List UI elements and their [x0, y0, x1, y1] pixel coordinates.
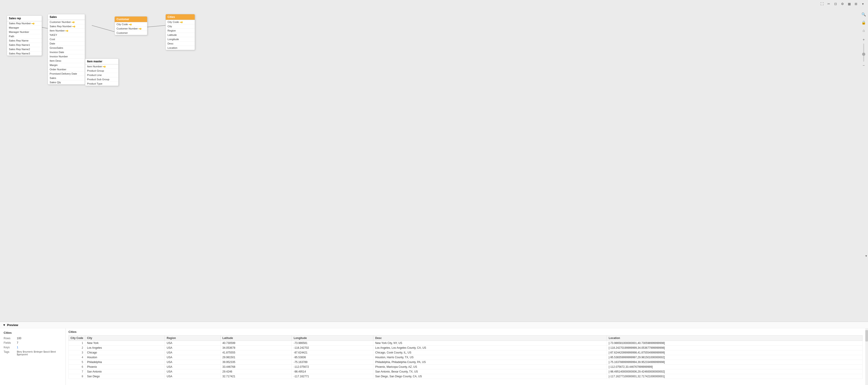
cell-city: San Antonio	[85, 369, 165, 374]
cell-region: USA	[165, 374, 221, 379]
preview-scrollbar-thumb[interactable]	[865, 330, 868, 342]
table-cities[interactable]: Cities City Code 🔑 City Region Latitude …	[165, 14, 195, 50]
zoom-thumb[interactable]	[862, 53, 865, 56]
table-row[interactable]: 3 Chicago USA 41.875555 -87.624421 Chica…	[69, 350, 863, 355]
field-sales-promiseddeliverydate[interactable]: Promised Delivery Date	[48, 72, 85, 76]
table-row[interactable]: 5 Philadelphia USA 39.952335 -75.163789 …	[69, 360, 863, 364]
table-itemmaster[interactable]: Item master Item Number 🔑 Product Group …	[85, 59, 119, 86]
table-itemmaster-header: Item master	[85, 59, 118, 64]
field-cities-longitude[interactable]: Longitude	[166, 37, 195, 41]
field-sales-margin[interactable]: Margin	[48, 63, 85, 67]
canvas-area[interactable]: ⛶ ✂ ⊡ ⚙ ▦ ⊞ ▾ 🔍 🔒 ⌂ + − Sales rep	[0, 0, 868, 322]
info-panel-title: Cities	[4, 331, 62, 334]
field-itemmaster-productgroup[interactable]: Product Group	[85, 69, 118, 73]
toolbar-icon-1[interactable]: ⛶	[819, 1, 825, 6]
keys-value[interactable]: 1	[17, 346, 18, 349]
info-row-rows: Rows 100	[4, 337, 62, 340]
table-row[interactable]: 2 Los Angeles USA 34.053678 -118.242702 …	[69, 346, 863, 350]
home-icon[interactable]: ⌂	[861, 28, 867, 34]
cell-latitude: 29.4246	[221, 369, 292, 374]
table-salesrep[interactable]: Sales rep Sales Rep Number 🔑 Manager Man…	[7, 16, 42, 56]
cell-latitude: 34.053678	[221, 346, 292, 350]
field-salesrep-manager[interactable]: Manager	[7, 26, 42, 30]
cell-desc: Chicago, Cook County, IL, US	[373, 350, 607, 355]
field-itemmaster-productline[interactable]: Product Line	[85, 73, 118, 77]
field-sales-invoicenumber[interactable]: Invoice Number	[48, 54, 85, 59]
toolbar-icon-3[interactable]: ⊡	[833, 1, 838, 6]
preview-title: Preview	[7, 323, 18, 327]
cell-location: [-117.16277100000001,32.717421000000001]	[607, 374, 863, 379]
search-icon[interactable]: 🔍	[861, 11, 867, 17]
field-sales-cost[interactable]: Cost	[48, 37, 85, 41]
field-sales-sales[interactable]: Sales	[48, 76, 85, 80]
connections-svg	[0, 0, 868, 322]
field-cities-location[interactable]: Location	[166, 46, 195, 50]
table-row[interactable]: 4 Houston USA 29.981501 -95.53836 Housto…	[69, 355, 863, 360]
field-salesrep-salesrepname1[interactable]: Sales Rep Name1	[7, 43, 42, 47]
cell-location: [-95.538359999999997,29.981501000000002]	[607, 355, 863, 360]
cell-region: USA	[165, 355, 221, 360]
zoom-in-icon[interactable]: +	[861, 37, 867, 42]
fields-label: Fields	[4, 341, 15, 345]
toolbar-icon-2[interactable]: ✂	[826, 1, 831, 6]
data-table-title: Cities	[68, 330, 863, 333]
field-sales-itemnumber[interactable]: Item Number 🔑	[48, 29, 85, 33]
field-sales-ordernumber[interactable]: Order Number	[48, 67, 85, 72]
field-cities-desc[interactable]: Desc	[166, 41, 195, 46]
svg-line-1	[92, 25, 115, 32]
toolbar-icon-chevron[interactable]: ▾	[860, 1, 865, 6]
field-sales-salesrepnumber[interactable]: Sales Rep Number 🔑	[48, 24, 85, 29]
toolbar-icon-4[interactable]: ⚙	[840, 1, 845, 6]
field-sales-pctkey[interactable]: %KEY	[48, 33, 85, 37]
field-cities-region[interactable]: Region	[166, 29, 195, 33]
table-row[interactable]: 6 Phoenix USA 33.446768 -112.075672 Phoe…	[69, 364, 863, 369]
info-panel: Cities Rows 100 Fields 7 Keys 1 Tags $ke…	[0, 328, 66, 385]
field-salesrep-salesrepname2[interactable]: Sales Rep Name2	[7, 47, 42, 52]
field-salesrep-salesrepnumber[interactable]: Sales Rep Number 🔑	[7, 21, 42, 26]
toolbar-icon-5[interactable]: ▦	[847, 1, 852, 6]
field-customer-customer[interactable]: Customer	[115, 31, 147, 35]
field-sales-customernumber[interactable]: Customer Number 🔑	[48, 20, 85, 24]
field-itemmaster-producttype[interactable]: Product Type	[85, 82, 118, 86]
cell-location: [-75.163788999999994,39.952334999999998]	[607, 360, 863, 364]
table-cities-body: City Code 🔑 City Region Latitude Longitu…	[166, 20, 195, 50]
field-sales-itemdesc[interactable]: Item Desc	[48, 59, 85, 63]
field-cities-latitude[interactable]: Latitude	[166, 33, 195, 37]
zoom-out-icon[interactable]: −	[861, 63, 867, 68]
field-itemmaster-productsubgroup[interactable]: Product Sub Group	[85, 77, 118, 82]
field-cities-citycode[interactable]: City Code 🔑	[166, 20, 195, 24]
field-customer-customernumber[interactable]: Customer Number 🔑	[115, 27, 147, 31]
cell-region: USA	[165, 346, 221, 350]
preview-scrollbar[interactable]	[865, 328, 868, 385]
zoom-slider[interactable]: + −	[861, 37, 867, 68]
field-sales-invoicedate[interactable]: Invoice Date	[48, 50, 85, 54]
data-table-container[interactable]: Cities City Code City Region Latitude Lo…	[66, 328, 865, 385]
field-salesrep-path[interactable]: Path	[7, 34, 42, 38]
table-customer[interactable]: Customer City Code 🔑 Customer Number 🔑 C…	[115, 16, 147, 35]
field-sales-grosssales[interactable]: GrossSales	[48, 46, 85, 50]
cell-citycode: 3	[69, 350, 85, 355]
col-header-location: Location	[607, 335, 863, 341]
field-cities-city[interactable]: City	[166, 24, 195, 29]
field-sales-salesqty[interactable]: Sales Qty	[48, 80, 85, 84]
table-row[interactable]: 8 San Diego USA 32.717421 -117.162771 Sa…	[69, 374, 863, 379]
field-salesrep-managernumber[interactable]: Manager Number	[7, 30, 42, 34]
table-sales[interactable]: Sales Customer Number 🔑 Sales Rep Number…	[48, 14, 85, 85]
field-salesrep-salesrepname[interactable]: Sales Rep Name	[7, 38, 42, 43]
field-itemmaster-itemnumber[interactable]: Item Number 🔑	[85, 64, 118, 69]
cell-latitude: 33.446768	[221, 364, 292, 369]
table-row[interactable]: 1 New York USA 40.730599 -73.986581 New …	[69, 341, 863, 346]
lock-icon[interactable]: 🔒	[861, 20, 867, 25]
field-sales-date[interactable]: Date	[48, 41, 85, 46]
toolbar-icon-6[interactable]: ⊞	[854, 1, 859, 6]
field-salesrep-salesrepname3[interactable]: Sales Rep Name3	[7, 52, 42, 56]
bottom-arrow[interactable]: ▼	[865, 255, 868, 258]
field-customer-citycode[interactable]: City Code 🔑	[115, 22, 147, 27]
preview-header[interactable]: ▼ Preview	[0, 322, 868, 328]
cell-city: Los Angeles	[85, 346, 165, 350]
zoom-track[interactable]	[863, 43, 864, 62]
cell-location: [-112.075672,33.446767999999999]	[607, 364, 863, 369]
cell-latitude: 39.952335	[221, 360, 292, 364]
cell-region: USA	[165, 350, 221, 355]
table-row[interactable]: 7 San Antonio USA 29.4246 -98.49514 San …	[69, 369, 863, 374]
